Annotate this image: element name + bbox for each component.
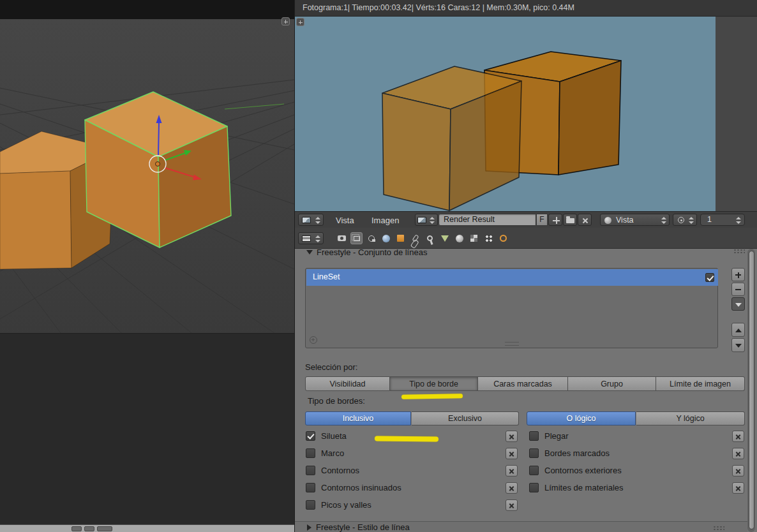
wrench-icon bbox=[426, 235, 434, 242]
exclusivo-button[interactable]: Exclusivo bbox=[412, 411, 519, 425]
tab-render-layers-icon[interactable] bbox=[350, 232, 363, 244]
tab-render-icon[interactable] bbox=[336, 232, 348, 244]
contornos-insinuados-checkbox[interactable] bbox=[306, 483, 315, 492]
new-image-button[interactable] bbox=[548, 214, 562, 226]
tab-tipo-de-borde[interactable]: Tipo de borde bbox=[390, 376, 478, 391]
3d-scene-canvas[interactable] bbox=[0, 19, 294, 333]
editor-type-button[interactable] bbox=[298, 214, 324, 226]
list-add-icon[interactable] bbox=[310, 336, 317, 344]
tab-modifiers-icon[interactable] bbox=[424, 232, 436, 244]
remove-edge-type-button[interactable] bbox=[732, 448, 744, 459]
camera-icon bbox=[338, 235, 346, 241]
properties-editor-icon bbox=[302, 235, 311, 242]
3d-viewport[interactable] bbox=[0, 0, 294, 524]
tab-texture-icon[interactable] bbox=[468, 232, 480, 244]
timeline-button[interactable] bbox=[97, 526, 112, 531]
panel-grip-icon[interactable] bbox=[713, 526, 724, 531]
remove-edge-type-button[interactable] bbox=[506, 465, 518, 477]
tab-caras-marcadas[interactable]: Caras marcadas bbox=[478, 376, 568, 391]
remove-edge-type-button[interactable] bbox=[506, 499, 518, 511]
pivot-dropdown[interactable] bbox=[673, 214, 697, 226]
inclusivo-button[interactable]: Inclusivo bbox=[305, 411, 411, 425]
tab-object-data-icon[interactable] bbox=[438, 232, 451, 244]
lineset-panel-title[interactable]: Freestyle - Conjunto de líneas bbox=[317, 248, 427, 257]
collapse-icon[interactable] bbox=[306, 250, 313, 255]
remove-edge-type-button[interactable] bbox=[506, 448, 518, 459]
contornos-exteriores-checkbox[interactable] bbox=[529, 466, 539, 475]
panel-grip-icon[interactable] bbox=[733, 249, 745, 254]
tab-object-icon[interactable] bbox=[394, 232, 407, 244]
tab-particles-icon[interactable] bbox=[483, 232, 495, 244]
remove-edge-type-button[interactable] bbox=[506, 482, 518, 494]
annotation-highlight bbox=[375, 436, 438, 442]
3d-scene[interactable] bbox=[0, 19, 294, 333]
tab-world-icon[interactable] bbox=[380, 232, 392, 244]
edge-types-label: Tipo de bordes: bbox=[308, 396, 365, 406]
render-canvas[interactable] bbox=[295, 17, 757, 211]
remove-edge-type-button[interactable] bbox=[732, 482, 744, 494]
limites-de-materiales-checkbox[interactable] bbox=[529, 483, 539, 492]
scrollbar-thumb[interactable] bbox=[749, 251, 754, 529]
tab-physics-icon[interactable] bbox=[497, 232, 509, 244]
tab-scene-icon[interactable] bbox=[365, 232, 377, 244]
tab-grupo[interactable]: Grupo bbox=[568, 376, 656, 391]
tab-material-icon[interactable] bbox=[453, 232, 465, 244]
silueta-checkbox[interactable] bbox=[306, 431, 315, 441]
picos-y-valles-checkbox[interactable] bbox=[306, 500, 315, 510]
tab-constraints-icon[interactable] bbox=[409, 232, 421, 244]
timeline-strip[interactable] bbox=[0, 524, 294, 532]
open-image-button[interactable] bbox=[563, 214, 577, 226]
3d-viewport-top-bar bbox=[0, 0, 294, 19]
render-stats-bar: Fotograma:1| Tiempo:00:03.42| Vérts:16 C… bbox=[295, 0, 757, 17]
image-name-field[interactable]: Render Result bbox=[438, 214, 536, 226]
texture-checker-icon bbox=[470, 235, 477, 242]
menu-imagen[interactable]: Imagen bbox=[371, 216, 399, 225]
linestyle-panel-title[interactable]: Freestyle - Estilo de línea bbox=[316, 522, 410, 532]
remove-lineset-button[interactable] bbox=[731, 283, 745, 296]
remove-edge-type-button[interactable] bbox=[506, 431, 518, 442]
menu-vista[interactable]: Vista bbox=[336, 216, 354, 225]
chevron-updown-icon bbox=[315, 217, 320, 224]
contornos-checkbox[interactable] bbox=[306, 466, 315, 475]
view-mode-dropdown[interactable]: Vista bbox=[600, 214, 670, 226]
edge-type-label: Marco bbox=[321, 448, 344, 458]
bordes-marcados-checkbox[interactable] bbox=[529, 448, 539, 458]
lineset-listbox[interactable]: LineSet bbox=[305, 268, 718, 348]
fake-user-button[interactable]: F bbox=[536, 214, 548, 226]
edge-type-row: Contornos exteriores bbox=[528, 465, 744, 477]
scene-icon bbox=[368, 235, 375, 242]
scrollbar[interactable] bbox=[747, 249, 755, 532]
lineset-row[interactable]: LineSet bbox=[306, 269, 718, 286]
tab-limite-de-imagen[interactable]: Límite de imagen bbox=[656, 376, 745, 391]
lineset-enable-checkbox[interactable] bbox=[705, 273, 714, 282]
region-expand-icon[interactable] bbox=[296, 18, 304, 26]
add-lineset-button[interactable] bbox=[731, 268, 745, 281]
chevron-updown-icon bbox=[661, 217, 666, 224]
move-lineset-up-button[interactable] bbox=[731, 323, 745, 337]
plegar-checkbox[interactable] bbox=[529, 431, 539, 441]
timeline-button[interactable] bbox=[71, 526, 82, 531]
edge-type-row: Contornos bbox=[305, 465, 518, 477]
edge-type-row: Contornos insinuados bbox=[305, 482, 518, 494]
linestyle-panel-header[interactable]: Freestyle - Estilo de línea bbox=[295, 521, 747, 532]
list-resize-grip[interactable] bbox=[505, 342, 519, 346]
chevron-updown-icon bbox=[430, 217, 435, 224]
unlink-image-button[interactable] bbox=[578, 214, 592, 226]
edge-type-label: Contornos exteriores bbox=[544, 466, 622, 475]
remove-edge-type-button[interactable] bbox=[732, 465, 744, 477]
marco-checkbox[interactable] bbox=[306, 448, 315, 458]
layers-icon bbox=[354, 236, 360, 241]
browse-image-button[interactable] bbox=[415, 214, 438, 226]
region-expand-icon[interactable] bbox=[281, 17, 290, 26]
rendered-cubes bbox=[295, 17, 716, 211]
remove-edge-type-button[interactable] bbox=[732, 431, 744, 442]
lineset-specials-button[interactable] bbox=[731, 297, 745, 311]
y-logico-button[interactable]: Y lógico bbox=[636, 411, 745, 425]
collapse-icon[interactable] bbox=[307, 524, 311, 531]
timeline-button[interactable] bbox=[84, 526, 94, 531]
render-slot-field[interactable]: 1 bbox=[700, 214, 745, 226]
move-lineset-down-button[interactable] bbox=[731, 338, 745, 352]
tab-visibilidad[interactable]: Visibilidad bbox=[305, 376, 390, 391]
editor-type-button[interactable] bbox=[298, 232, 324, 244]
o-logico-button[interactable]: O lógico bbox=[527, 411, 636, 425]
